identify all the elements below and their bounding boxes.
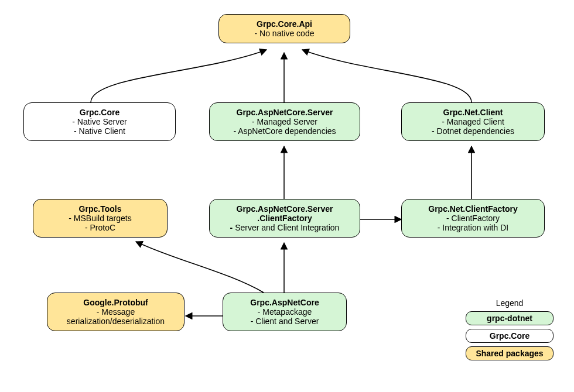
legend: Legend grpc-dotnet Grpc.Core Shared pack…: [466, 298, 554, 364]
node-grpc-core: Grpc.Core - Native Server - Native Clien…: [23, 102, 176, 141]
node-net-client: Grpc.Net.Client - Managed Client - Dotne…: [401, 102, 545, 141]
node-google-protobuf: Google.Protobuf - Message serialization/…: [47, 293, 184, 331]
node-line: serialization/deserialization: [56, 317, 176, 326]
legend-grpc-core: Grpc.Core: [466, 329, 554, 343]
legend-title: Legend: [466, 298, 554, 308]
node-line: - Message: [56, 307, 176, 317]
node-line: - MSBuild targets: [42, 214, 159, 223]
node-line: - Managed Client: [410, 117, 536, 126]
node-line: - Client and Server: [231, 317, 338, 326]
node-line: - ProtoC: [42, 223, 159, 232]
node-title: Grpc.Tools: [42, 204, 159, 214]
node-asp-server: Grpc.AspNetCore.Server - Managed Server …: [209, 102, 360, 141]
node-line: - Native Server: [32, 117, 167, 126]
node-line: - AspNetCore dependencies: [218, 126, 351, 136]
node-title: Grpc.Net.Client: [410, 108, 536, 117]
legend-grpc-dotnet: grpc-dotnet: [466, 311, 554, 325]
node-title: Grpc.Core.Api: [227, 19, 341, 29]
node-line: - Dotnet dependencies: [410, 126, 536, 136]
node-title: Grpc.AspNetCore: [231, 298, 338, 307]
node-title2: .ClientFactory: [218, 214, 351, 223]
node-title: Grpc.AspNetCore.Server: [218, 108, 351, 117]
node-line: - ClientFactory: [410, 214, 536, 223]
node-line: - Server and Client Integration: [218, 223, 351, 232]
node-title: Grpc.AspNetCore.Server: [237, 204, 333, 214]
node-line: - Native Client: [32, 126, 167, 136]
node-line: - Managed Server: [218, 117, 351, 126]
node-asp-clientfactory: Grpc.AspNetCore.Server .ClientFactory - …: [209, 199, 360, 238]
node-line: - Integration with DI: [410, 223, 536, 232]
legend-shared: Shared packages: [466, 346, 554, 360]
node-title: Google.Protobuf: [56, 298, 176, 307]
node-asp: Grpc.AspNetCore - Metapackage - Client a…: [223, 293, 347, 331]
node-grpc-tools: Grpc.Tools - MSBuild targets - ProtoC: [33, 199, 168, 238]
node-grpc-core-api: Grpc.Core.Api - No native code: [218, 14, 350, 43]
node-line: - No native code: [227, 29, 341, 38]
node-net-clientfactory: Grpc.Net.ClientFactory - ClientFactory -…: [401, 199, 545, 238]
node-title: Grpc.Net.ClientFactory: [410, 204, 536, 214]
node-line: - Metapackage: [231, 307, 338, 317]
node-title: Grpc.Core: [32, 108, 167, 117]
